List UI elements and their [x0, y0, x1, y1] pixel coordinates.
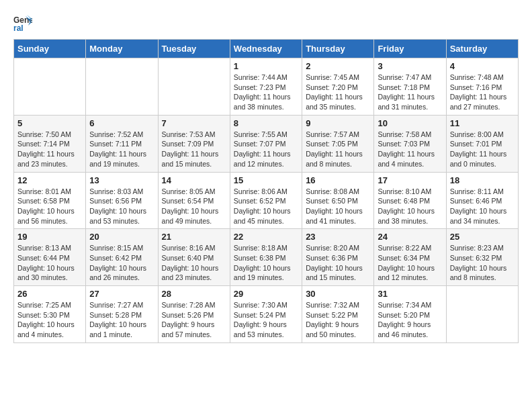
day-number: 13	[89, 175, 154, 185]
day-number: 25	[450, 232, 515, 242]
calendar-cell: 10Sunrise: 7:58 AMSunset: 7:03 PMDayligh…	[374, 115, 446, 172]
day-number: 9	[306, 118, 370, 128]
day-info: Sunrise: 8:16 AMSunset: 6:40 PMDaylight:…	[162, 243, 226, 283]
day-info: Sunrise: 7:44 AMSunset: 7:23 PMDaylight:…	[234, 73, 298, 112]
calendar-cell: 30Sunrise: 7:32 AMSunset: 5:22 PMDayligh…	[302, 286, 374, 343]
weekday-header: Sunday	[14, 40, 86, 58]
day-info: Sunrise: 8:03 AMSunset: 6:56 PMDaylight:…	[89, 187, 154, 226]
calendar-cell: 14Sunrise: 8:05 AMSunset: 6:54 PMDayligh…	[158, 172, 230, 229]
calendar-cell	[158, 58, 230, 116]
day-number: 12	[17, 175, 82, 185]
day-number: 8	[234, 118, 298, 128]
day-number: 1	[234, 61, 298, 71]
day-info: Sunrise: 8:20 AMSunset: 6:36 PMDaylight:…	[306, 243, 370, 283]
day-number: 30	[306, 289, 370, 299]
day-number: 10	[378, 118, 442, 128]
calendar-cell: 20Sunrise: 8:15 AMSunset: 6:42 PMDayligh…	[86, 229, 158, 286]
day-info: Sunrise: 8:22 AMSunset: 6:34 PMDaylight:…	[378, 243, 442, 283]
day-info: Sunrise: 7:52 AMSunset: 7:11 PMDaylight:…	[89, 130, 154, 169]
calendar-cell: 3Sunrise: 7:47 AMSunset: 7:18 PMDaylight…	[374, 58, 446, 116]
calendar-cell: 17Sunrise: 8:10 AMSunset: 6:48 PMDayligh…	[374, 172, 446, 229]
day-info: Sunrise: 7:27 AMSunset: 5:28 PMDaylight:…	[89, 300, 154, 340]
day-info: Sunrise: 8:05 AMSunset: 6:54 PMDaylight:…	[162, 187, 226, 226]
day-number: 2	[306, 61, 370, 71]
day-number: 4	[450, 61, 515, 71]
weekday-header: Saturday	[446, 40, 518, 58]
day-info: Sunrise: 8:01 AMSunset: 6:58 PMDaylight:…	[17, 187, 82, 226]
day-number: 27	[89, 289, 154, 299]
day-info: Sunrise: 8:15 AMSunset: 6:42 PMDaylight:…	[89, 243, 154, 283]
calendar-cell: 1Sunrise: 7:44 AMSunset: 7:23 PMDaylight…	[230, 58, 302, 116]
calendar-cell: 21Sunrise: 8:16 AMSunset: 6:40 PMDayligh…	[158, 229, 230, 286]
weekday-header: Thursday	[302, 40, 374, 58]
day-number: 24	[378, 232, 442, 242]
day-info: Sunrise: 7:47 AMSunset: 7:18 PMDaylight:…	[378, 73, 442, 112]
calendar-cell	[446, 286, 518, 343]
day-info: Sunrise: 7:30 AMSunset: 5:24 PMDaylight:…	[234, 300, 298, 340]
day-number: 17	[378, 175, 442, 185]
day-info: Sunrise: 7:50 AMSunset: 7:14 PMDaylight:…	[17, 130, 82, 169]
day-number: 19	[17, 232, 82, 242]
day-info: Sunrise: 7:57 AMSunset: 7:05 PMDaylight:…	[306, 130, 370, 169]
day-info: Sunrise: 8:23 AMSunset: 6:32 PMDaylight:…	[450, 243, 515, 283]
day-number: 31	[378, 289, 442, 299]
day-info: Sunrise: 7:48 AMSunset: 7:16 PMDaylight:…	[450, 73, 515, 112]
calendar-cell: 9Sunrise: 7:57 AMSunset: 7:05 PMDaylight…	[302, 115, 374, 172]
day-info: Sunrise: 7:55 AMSunset: 7:07 PMDaylight:…	[234, 130, 298, 169]
calendar-cell: 2Sunrise: 7:45 AMSunset: 7:20 PMDaylight…	[302, 58, 374, 116]
day-number: 29	[234, 289, 298, 299]
calendar-cell: 6Sunrise: 7:52 AMSunset: 7:11 PMDaylight…	[86, 115, 158, 172]
day-number: 28	[162, 289, 226, 299]
day-info: Sunrise: 7:58 AMSunset: 7:03 PMDaylight:…	[378, 130, 442, 169]
calendar-cell: 26Sunrise: 7:25 AMSunset: 5:30 PMDayligh…	[14, 286, 86, 343]
calendar-cell: 5Sunrise: 7:50 AMSunset: 7:14 PMDaylight…	[14, 115, 86, 172]
calendar-cell: 18Sunrise: 8:11 AMSunset: 6:46 PMDayligh…	[446, 172, 518, 229]
day-number: 15	[234, 175, 298, 185]
day-info: Sunrise: 8:00 AMSunset: 7:01 PMDaylight:…	[450, 130, 515, 169]
calendar-cell: 24Sunrise: 8:22 AMSunset: 6:34 PMDayligh…	[374, 229, 446, 286]
day-number: 6	[89, 118, 154, 128]
calendar-cell: 19Sunrise: 8:13 AMSunset: 6:44 PMDayligh…	[14, 229, 86, 286]
day-number: 16	[306, 175, 370, 185]
calendar-cell: 22Sunrise: 8:18 AMSunset: 6:38 PMDayligh…	[230, 229, 302, 286]
logo: Gene ral	[13, 13, 35, 32]
calendar-cell: 29Sunrise: 7:30 AMSunset: 5:24 PMDayligh…	[230, 286, 302, 343]
calendar-cell: 23Sunrise: 8:20 AMSunset: 6:36 PMDayligh…	[302, 229, 374, 286]
calendar-cell: 7Sunrise: 7:53 AMSunset: 7:09 PMDaylight…	[158, 115, 230, 172]
logo-icon: Gene ral	[13, 13, 32, 32]
day-info: Sunrise: 7:32 AMSunset: 5:22 PMDaylight:…	[306, 300, 370, 340]
calendar-cell: 8Sunrise: 7:55 AMSunset: 7:07 PMDaylight…	[230, 115, 302, 172]
day-number: 5	[17, 118, 82, 128]
calendar-cell: 27Sunrise: 7:27 AMSunset: 5:28 PMDayligh…	[86, 286, 158, 343]
day-info: Sunrise: 7:25 AMSunset: 5:30 PMDaylight:…	[17, 300, 82, 340]
calendar-cell: 15Sunrise: 8:06 AMSunset: 6:52 PMDayligh…	[230, 172, 302, 229]
page-header: Gene ral	[13, 13, 519, 32]
day-number: 11	[450, 118, 515, 128]
day-number: 23	[306, 232, 370, 242]
calendar-cell	[14, 58, 86, 116]
weekday-header: Monday	[86, 40, 158, 58]
day-info: Sunrise: 8:10 AMSunset: 6:48 PMDaylight:…	[378, 187, 442, 226]
calendar-cell: 11Sunrise: 8:00 AMSunset: 7:01 PMDayligh…	[446, 115, 518, 172]
calendar-cell: 16Sunrise: 8:08 AMSunset: 6:50 PMDayligh…	[302, 172, 374, 229]
day-number: 7	[162, 118, 226, 128]
day-number: 26	[17, 289, 82, 299]
day-info: Sunrise: 7:28 AMSunset: 5:26 PMDaylight:…	[162, 300, 226, 340]
day-info: Sunrise: 7:45 AMSunset: 7:20 PMDaylight:…	[306, 73, 370, 112]
weekday-header: Tuesday	[158, 40, 230, 58]
calendar-cell: 13Sunrise: 8:03 AMSunset: 6:56 PMDayligh…	[86, 172, 158, 229]
calendar-cell: 12Sunrise: 8:01 AMSunset: 6:58 PMDayligh…	[14, 172, 86, 229]
calendar-table: SundayMondayTuesdayWednesdayThursdayFrid…	[13, 39, 519, 343]
calendar-cell	[86, 58, 158, 116]
day-info: Sunrise: 8:06 AMSunset: 6:52 PMDaylight:…	[234, 187, 298, 226]
day-info: Sunrise: 8:18 AMSunset: 6:38 PMDaylight:…	[234, 243, 298, 283]
day-number: 3	[378, 61, 442, 71]
day-info: Sunrise: 8:08 AMSunset: 6:50 PMDaylight:…	[306, 187, 370, 226]
day-number: 22	[234, 232, 298, 242]
day-info: Sunrise: 7:34 AMSunset: 5:20 PMDaylight:…	[378, 300, 442, 340]
day-number: 14	[162, 175, 226, 185]
weekday-header: Wednesday	[230, 40, 302, 58]
day-number: 20	[89, 232, 154, 242]
svg-text:ral: ral	[13, 24, 24, 32]
day-info: Sunrise: 7:53 AMSunset: 7:09 PMDaylight:…	[162, 130, 226, 169]
